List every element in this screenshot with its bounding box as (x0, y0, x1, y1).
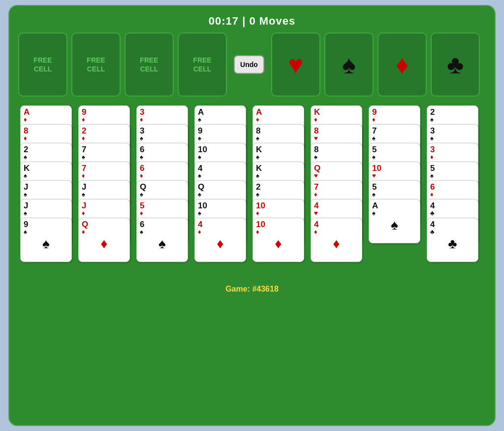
card-rank-top: 4 (314, 220, 318, 229)
card-suit-top: ♠ (24, 191, 27, 198)
card-rank-top: 6 (140, 145, 144, 154)
card-suit-top: ♦ (256, 229, 259, 235)
card-rank-top: 6 (140, 164, 144, 172)
card-rank-top: 8 (314, 127, 318, 135)
card-rank-top: 4 (314, 201, 318, 210)
card-suit-top: ♦ (430, 191, 434, 198)
card-suit-top: ♠ (82, 191, 85, 198)
card-rank-top: 8 (24, 127, 28, 135)
card-suit-top: ♦ (256, 210, 259, 216)
card-rank-top: Q (198, 183, 204, 191)
card-suit-top: ♠ (24, 229, 27, 235)
card-suit-top: ♦ (314, 116, 317, 123)
card-suit-top: ♦ (256, 116, 259, 123)
column-4: A♠9♠10♠4♠Q♠10♠4♦♦ (194, 105, 249, 272)
card-suit-top: ♠ (24, 172, 27, 179)
card-rank-top: 7 (82, 145, 86, 154)
card-suit-top: ♦ (430, 154, 434, 160)
column-8: 2♠3♠3♦5♠6♦4♣4♣♣ (427, 105, 481, 272)
card-suit-top: ♣ (430, 210, 435, 216)
card-suit-top: ♦ (82, 210, 85, 216)
card-rank-top: K (314, 108, 320, 116)
timer-display: 00:17 | 0 Moves (18, 11, 486, 33)
card-rank-top: 2 (24, 145, 28, 154)
card-suit-top: ♠ (82, 154, 85, 160)
card[interactable]: Q♦♦ (78, 218, 130, 262)
card-rank-top: 5 (372, 145, 377, 154)
card-rank-top: J (82, 201, 86, 210)
card-suit-top: ♦ (82, 229, 85, 235)
free-cell-2[interactable]: FREECELL (71, 33, 121, 97)
card-suit-center: ♦ (198, 236, 243, 252)
free-cell-3[interactable]: FREECELL (125, 33, 174, 97)
card-suit-center: ♠ (372, 217, 417, 233)
card-suit-top: ♦ (314, 191, 317, 198)
card-rank-top: J (24, 201, 28, 210)
card-rank-top: 10 (372, 164, 381, 172)
card-rank-top: 5 (430, 164, 435, 172)
card-suit-top: ♠ (198, 210, 201, 216)
card-rank-top: J (24, 183, 28, 191)
foundation-spades[interactable]: ♠ (324, 33, 374, 97)
card-suit-top: ♠ (198, 154, 201, 160)
card[interactable]: 4♦♦ (311, 218, 362, 262)
diamond-icon: ♦ (396, 50, 409, 79)
card[interactable]: 4♣♣ (427, 218, 478, 262)
foundation-hearts[interactable]: ♥ (271, 33, 320, 97)
card-rank-top: 2 (430, 108, 435, 116)
spade-icon: ♠ (342, 50, 356, 79)
column-3: 3♦3♠6♠6♦Q♠5♦6♠♠ (136, 105, 190, 272)
card-suit-top: ♥ (314, 135, 318, 141)
free-cell-4[interactable]: FREECELL (178, 33, 227, 97)
card-rank-top: Q (82, 220, 88, 229)
card-rank-top: 4 (198, 220, 202, 229)
card-rank-top: 7 (372, 127, 377, 135)
card[interactable]: 6♠♠ (136, 218, 188, 262)
column-6: K♦8♥8♠Q♥7♦4♥4♦♦ (311, 105, 365, 272)
card-rank-top: 4 (198, 164, 202, 172)
card-suit-top: ♠ (198, 191, 201, 198)
column-2: 9♦2♦7♠7♦J♠J♦Q♦♦ (78, 105, 132, 272)
card-suit-top: ♠ (372, 191, 376, 198)
card-rank-top: 7 (82, 164, 86, 172)
card[interactable]: A♠♠ (369, 199, 420, 243)
card-rank-top: 10 (198, 201, 207, 210)
card-rank-top: 4 (430, 201, 435, 210)
card-rank-top: K (24, 164, 30, 172)
undo-button[interactable]: Undo (234, 55, 264, 74)
card-suit-top: ♠ (256, 191, 259, 198)
card-rank-top: 2 (256, 183, 260, 191)
foundation-clubs[interactable]: ♣ (431, 33, 480, 97)
card-suit-top: ♣ (430, 229, 435, 235)
card-suit-top: ♠ (198, 116, 201, 123)
card-rank-top: 10 (256, 201, 265, 210)
card-suit-top: ♠ (430, 135, 434, 141)
free-cell-1[interactable]: FREECELL (18, 33, 67, 97)
club-icon: ♣ (447, 50, 464, 79)
card-suit-top: ♠ (430, 116, 434, 123)
card-rank-top: 9 (198, 127, 202, 135)
card-suit-top: ♦ (314, 229, 317, 235)
card-rank-top: J (82, 183, 86, 191)
card-rank-top: 6 (430, 183, 435, 191)
card[interactable]: 9♠♠ (20, 218, 72, 262)
card-rank-top: 2 (82, 127, 86, 135)
top-row: FREECELL FREECELL FREECELL FREECELL Undo… (18, 33, 486, 97)
card-rank-top: 6 (140, 220, 144, 229)
card-suit-top: ♦ (24, 116, 27, 123)
columns-area: A♦8♦2♠K♠J♠J♠9♠♠9♦2♦7♠7♦J♠J♦Q♦♦3♦3♠6♠6♦Q♠… (18, 105, 486, 272)
column-5: A♦8♠K♠K♠2♠10♦10♦♦ (252, 105, 307, 272)
card-rank-top: 3 (140, 108, 144, 116)
card[interactable]: 10♦♦ (252, 218, 304, 262)
card-suit-top: ♦ (140, 116, 143, 123)
card[interactable]: 4♦♦ (194, 218, 246, 262)
card-rank-top: 5 (372, 183, 377, 191)
card-rank-top: 8 (314, 145, 318, 154)
card-suit-top: ♠ (140, 229, 143, 235)
card-rank-top: A (372, 201, 378, 210)
card-suit-top: ♦ (82, 172, 85, 179)
card-rank-top: 3 (430, 127, 435, 135)
game-label: Game: (225, 285, 250, 293)
card-suit-top: ♠ (314, 154, 317, 160)
foundation-diamonds[interactable]: ♦ (378, 33, 427, 97)
